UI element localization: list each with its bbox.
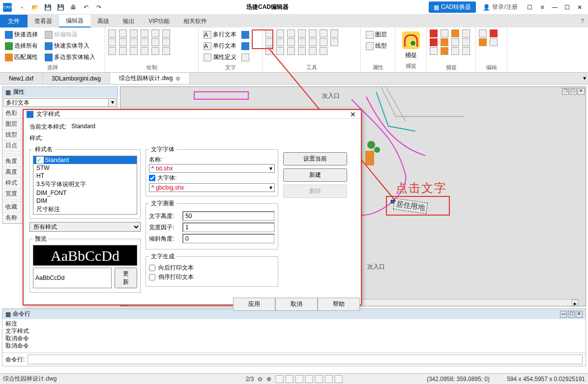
table-icon[interactable] xyxy=(151,47,159,55)
backwards-checkbox[interactable] xyxy=(149,265,155,271)
width-factor-input[interactable] xyxy=(182,222,275,232)
rect-icon[interactable] xyxy=(130,29,138,37)
dropdown-icon[interactable]: ▾ xyxy=(269,184,272,191)
arc-icon[interactable] xyxy=(130,38,138,46)
undo-icon[interactable]: ↶ xyxy=(82,3,90,12)
style-list[interactable]: Standard STW HT 3.5号字体说明文字 DIM_FONT DIM … xyxy=(33,156,137,215)
minimize-icon[interactable]: — xyxy=(549,2,560,13)
ed2-icon[interactable] xyxy=(490,29,498,37)
saveas-icon[interactable]: 💾 xyxy=(56,3,65,12)
linetype-button[interactable]: 线型 xyxy=(364,41,392,51)
e5-icon[interactable] xyxy=(430,38,438,46)
chamfer-icon[interactable] xyxy=(276,47,284,55)
style-item-standard[interactable]: Standard xyxy=(33,156,137,164)
match-props-button[interactable]: 匹配属性 xyxy=(3,52,40,62)
style-item[interactable]: STW xyxy=(33,164,137,172)
ed1-icon[interactable] xyxy=(479,29,487,37)
e9-icon[interactable] xyxy=(430,47,438,55)
apply-button[interactable]: 应用 xyxy=(233,298,275,311)
tab-vip[interactable]: VIP功能 xyxy=(142,15,176,27)
page-prev-icon[interactable]: ⊖ xyxy=(258,376,263,383)
canvas-max-icon[interactable]: ☐ xyxy=(570,88,577,95)
ed4-icon[interactable] xyxy=(490,38,498,46)
tab-close-icon[interactable]: ⊗ xyxy=(176,75,180,82)
update-preview-button[interactable]: 更新 xyxy=(115,268,137,288)
bigfont-checkbox[interactable] xyxy=(149,175,155,181)
preview-input[interactable] xyxy=(33,268,112,288)
dialog-close-icon[interactable]: ✕ xyxy=(348,110,358,118)
e3-icon[interactable] xyxy=(451,29,459,37)
wipeout-icon[interactable] xyxy=(141,47,148,55)
field-icon[interactable] xyxy=(241,54,249,61)
doc-tab-1[interactable]: 3DLamborgini.dwg xyxy=(43,73,110,84)
leader-icon[interactable] xyxy=(309,47,317,55)
sb-polar-icon[interactable] xyxy=(305,375,313,383)
ellipse-icon[interactable] xyxy=(119,38,127,46)
point-icon[interactable] xyxy=(151,38,159,46)
command-log[interactable]: 标注文字样式取消命令取消命令 xyxy=(2,319,586,353)
join-icon[interactable] xyxy=(320,38,327,46)
help-button[interactable]: 帮助 xyxy=(318,298,360,311)
array-icon[interactable] xyxy=(320,29,327,37)
mtext-button[interactable]: A多行文本 xyxy=(202,29,238,40)
canvas-close-icon[interactable]: ✕ xyxy=(578,88,585,95)
save-icon[interactable]: 💾 xyxy=(43,3,52,12)
sb-ortho-icon[interactable] xyxy=(295,375,303,383)
cmd-min-icon[interactable]: ▭ xyxy=(560,311,567,318)
help-icon[interactable]: ? xyxy=(581,15,588,27)
tab-viewer[interactable]: 查看器 xyxy=(28,15,59,27)
doc-tab-0[interactable]: New1.dxf xyxy=(0,73,43,84)
erase-icon[interactable] xyxy=(430,29,438,37)
menu-icon[interactable]: ≡ xyxy=(537,2,548,13)
sb-otrack-icon[interactable] xyxy=(324,375,332,383)
e2-icon[interactable] xyxy=(441,29,448,37)
ed3-icon[interactable] xyxy=(479,38,487,46)
e8-icon[interactable] xyxy=(462,38,470,46)
command-input[interactable] xyxy=(28,355,583,364)
layer-button[interactable]: 图层 xyxy=(364,29,392,40)
ray-icon[interactable] xyxy=(162,38,170,46)
extend-icon[interactable] xyxy=(298,29,306,37)
login-button[interactable]: 👤 登录/注册 xyxy=(478,3,522,11)
align-icon[interactable] xyxy=(309,29,317,37)
e11-icon[interactable] xyxy=(451,47,459,55)
bigfont-combo[interactable]: ᴬ gbcbig.shx ▾ xyxy=(149,183,275,192)
print-icon[interactable]: 🖶 xyxy=(69,3,78,12)
snap-button[interactable]: 捕捉 xyxy=(398,29,423,61)
copy-icon[interactable] xyxy=(265,38,273,46)
scale-icon[interactable] xyxy=(276,38,284,46)
oblique-angle-input[interactable] xyxy=(182,234,275,244)
settings-icon[interactable]: ☐ xyxy=(525,2,535,13)
cancel-button[interactable]: 取消 xyxy=(275,298,318,311)
new-icon[interactable]: ▫ xyxy=(18,3,27,12)
style-item[interactable]: 尺寸标注 xyxy=(33,205,137,214)
helix-icon[interactable] xyxy=(162,47,170,55)
fillet-icon[interactable] xyxy=(265,47,273,55)
style-item[interactable]: 3.5号字体说明文字 xyxy=(33,180,137,189)
donut-icon[interactable] xyxy=(130,47,138,55)
new-style-button[interactable]: 新建 xyxy=(283,168,347,182)
e4-icon[interactable] xyxy=(462,29,470,37)
doc-tab-2[interactable]: 综合性园林设计.dwg⊗ xyxy=(110,73,190,84)
combo-arrow-icon[interactable]: ▾ xyxy=(109,98,117,107)
spline-icon[interactable] xyxy=(141,38,148,46)
break-icon[interactable] xyxy=(309,38,317,46)
hatch-icon[interactable] xyxy=(151,29,159,37)
redo-icon[interactable]: ↷ xyxy=(94,3,103,12)
stretch-icon[interactable] xyxy=(287,38,295,46)
maximize-icon[interactable]: ☐ xyxy=(562,2,573,13)
properties-type-combo[interactable] xyxy=(3,98,109,107)
e7-icon[interactable] xyxy=(451,38,459,46)
delete-style-button[interactable]: 删除 xyxy=(283,185,347,198)
dim-icon[interactable] xyxy=(298,47,306,55)
select-all-button[interactable]: 选择所有 xyxy=(3,41,40,51)
stext-button[interactable]: A单行文本 xyxy=(202,41,238,51)
quick-select-button[interactable]: 快速选择 xyxy=(3,29,40,40)
open-icon[interactable]: 📂 xyxy=(30,3,39,12)
cmd-max-icon[interactable]: ☐ xyxy=(568,311,575,318)
block-editor-button[interactable]: 块编辑器 xyxy=(43,29,80,40)
text-height-input[interactable] xyxy=(182,211,275,221)
file-menu[interactable]: 文件 xyxy=(0,15,28,27)
sb-grid-icon[interactable] xyxy=(285,375,293,383)
line-icon[interactable] xyxy=(108,29,116,37)
